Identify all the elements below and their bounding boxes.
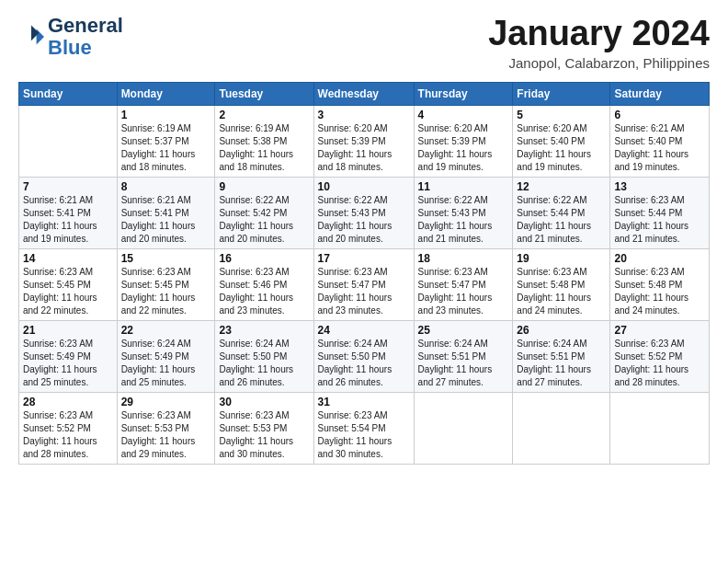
day-info: Sunrise: 6:20 AM Sunset: 5:39 PM Dayligh…: [318, 122, 410, 174]
day-number: 8: [121, 180, 211, 193]
day-number: 25: [418, 324, 509, 337]
header-wednesday: Wednesday: [313, 82, 414, 105]
day-info: Sunrise: 6:23 AM Sunset: 5:44 PM Dayligh…: [614, 194, 705, 246]
week-row-5: 28Sunrise: 6:23 AM Sunset: 5:52 PM Dayli…: [19, 392, 710, 464]
calendar-cell: 11Sunrise: 6:22 AM Sunset: 5:43 PM Dayli…: [414, 177, 513, 248]
calendar-cell: [414, 392, 513, 464]
day-number: 10: [318, 180, 410, 193]
calendar-cell: 27Sunrise: 6:23 AM Sunset: 5:52 PM Dayli…: [610, 320, 710, 392]
day-number: 30: [219, 396, 309, 408]
calendar-cell: 24Sunrise: 6:24 AM Sunset: 5:50 PM Dayli…: [313, 320, 414, 392]
day-info: Sunrise: 6:23 AM Sunset: 5:48 PM Dayligh…: [614, 266, 705, 317]
calendar-cell: 10Sunrise: 6:22 AM Sunset: 5:43 PM Dayli…: [313, 177, 414, 248]
calendar-cell: 8Sunrise: 6:21 AM Sunset: 5:41 PM Daylig…: [117, 177, 215, 248]
day-info: Sunrise: 6:24 AM Sunset: 5:50 PM Dayligh…: [318, 338, 410, 389]
calendar-cell: 22Sunrise: 6:24 AM Sunset: 5:49 PM Dayli…: [117, 320, 215, 392]
day-number: 2: [219, 109, 309, 121]
header-monday: Monday: [117, 82, 215, 105]
calendar-cell: 6Sunrise: 6:21 AM Sunset: 5:40 PM Daylig…: [610, 105, 710, 177]
calendar-cell: 13Sunrise: 6:23 AM Sunset: 5:44 PM Dayli…: [610, 177, 710, 248]
day-info: Sunrise: 6:20 AM Sunset: 5:40 PM Dayligh…: [517, 122, 606, 174]
day-info: Sunrise: 6:23 AM Sunset: 5:47 PM Dayligh…: [418, 266, 509, 317]
day-number: 15: [121, 252, 211, 265]
day-number: 13: [614, 180, 705, 193]
page: General Blue January 2024 Janopol, Calab…: [0, 0, 728, 563]
header-sunday: Sunday: [19, 82, 118, 105]
week-row-4: 21Sunrise: 6:23 AM Sunset: 5:49 PM Dayli…: [19, 320, 710, 392]
day-info: Sunrise: 6:22 AM Sunset: 5:42 PM Dayligh…: [219, 194, 309, 246]
title-block: January 2024 Janopol, Calabarzon, Philip…: [488, 15, 710, 71]
calendar-cell: 31Sunrise: 6:23 AM Sunset: 5:54 PM Dayli…: [313, 392, 414, 464]
day-number: 7: [23, 180, 113, 193]
day-number: 22: [121, 324, 211, 337]
calendar-cell: 16Sunrise: 6:23 AM Sunset: 5:46 PM Dayli…: [215, 248, 313, 320]
day-info: Sunrise: 6:23 AM Sunset: 5:47 PM Dayligh…: [318, 266, 410, 317]
day-info: Sunrise: 6:21 AM Sunset: 5:41 PM Dayligh…: [121, 194, 211, 246]
calendar-cell: 14Sunrise: 6:23 AM Sunset: 5:45 PM Dayli…: [19, 248, 118, 320]
location-subtitle: Janopol, Calabarzon, Philippines: [488, 55, 710, 71]
calendar-cell: 1Sunrise: 6:19 AM Sunset: 5:37 PM Daylig…: [117, 105, 215, 177]
calendar-cell: 7Sunrise: 6:21 AM Sunset: 5:41 PM Daylig…: [19, 177, 118, 248]
calendar-cell: [610, 392, 710, 464]
calendar-cell: 18Sunrise: 6:23 AM Sunset: 5:47 PM Dayli…: [414, 248, 513, 320]
day-number: 26: [517, 324, 606, 337]
week-row-2: 7Sunrise: 6:21 AM Sunset: 5:41 PM Daylig…: [19, 177, 710, 248]
day-info: Sunrise: 6:22 AM Sunset: 5:43 PM Dayligh…: [418, 194, 509, 246]
day-info: Sunrise: 6:24 AM Sunset: 5:51 PM Dayligh…: [418, 338, 509, 389]
calendar-cell: 4Sunrise: 6:20 AM Sunset: 5:39 PM Daylig…: [414, 105, 513, 177]
calendar-cell: 23Sunrise: 6:24 AM Sunset: 5:50 PM Dayli…: [215, 320, 313, 392]
header-friday: Friday: [513, 82, 610, 105]
day-info: Sunrise: 6:23 AM Sunset: 5:48 PM Dayligh…: [517, 266, 606, 317]
day-number: 14: [23, 252, 113, 265]
day-info: Sunrise: 6:23 AM Sunset: 5:52 PM Dayligh…: [23, 409, 113, 461]
day-info: Sunrise: 6:23 AM Sunset: 5:54 PM Dayligh…: [318, 409, 410, 461]
week-row-3: 14Sunrise: 6:23 AM Sunset: 5:45 PM Dayli…: [19, 248, 710, 320]
calendar-cell: 28Sunrise: 6:23 AM Sunset: 5:52 PM Dayli…: [19, 392, 118, 464]
day-number: 24: [318, 324, 410, 337]
day-info: Sunrise: 6:24 AM Sunset: 5:50 PM Dayligh…: [219, 338, 309, 389]
month-title: January 2024: [488, 15, 710, 53]
day-info: Sunrise: 6:23 AM Sunset: 5:45 PM Dayligh…: [23, 266, 113, 317]
week-row-1: 1Sunrise: 6:19 AM Sunset: 5:37 PM Daylig…: [19, 105, 710, 177]
day-number: 23: [219, 324, 309, 337]
day-info: Sunrise: 6:23 AM Sunset: 5:45 PM Dayligh…: [121, 266, 211, 317]
svg-marker-0: [37, 29, 44, 45]
logo-icon: [18, 24, 44, 50]
day-number: 27: [614, 324, 705, 337]
calendar-table: Sunday Monday Tuesday Wednesday Thursday…: [18, 82, 710, 465]
day-info: Sunrise: 6:22 AM Sunset: 5:43 PM Dayligh…: [318, 194, 410, 246]
day-info: Sunrise: 6:19 AM Sunset: 5:37 PM Dayligh…: [121, 122, 211, 174]
calendar-cell: 29Sunrise: 6:23 AM Sunset: 5:53 PM Dayli…: [117, 392, 215, 464]
day-number: 1: [121, 109, 211, 121]
calendar-cell: 26Sunrise: 6:24 AM Sunset: 5:51 PM Dayli…: [513, 320, 610, 392]
calendar-cell: 9Sunrise: 6:22 AM Sunset: 5:42 PM Daylig…: [215, 177, 313, 248]
header: General Blue January 2024 Janopol, Calab…: [18, 15, 710, 71]
day-info: Sunrise: 6:21 AM Sunset: 5:40 PM Dayligh…: [614, 122, 705, 174]
calendar-cell: 20Sunrise: 6:23 AM Sunset: 5:48 PM Dayli…: [610, 248, 710, 320]
calendar-cell: [19, 105, 118, 177]
calendar-cell: 5Sunrise: 6:20 AM Sunset: 5:40 PM Daylig…: [513, 105, 610, 177]
day-info: Sunrise: 6:23 AM Sunset: 5:46 PM Dayligh…: [219, 266, 309, 317]
day-number: 29: [121, 396, 211, 408]
day-number: 21: [23, 324, 113, 337]
day-number: 18: [418, 252, 509, 265]
calendar-cell: 17Sunrise: 6:23 AM Sunset: 5:47 PM Dayli…: [313, 248, 414, 320]
header-thursday: Thursday: [414, 82, 513, 105]
calendar-cell: 3Sunrise: 6:20 AM Sunset: 5:39 PM Daylig…: [313, 105, 414, 177]
calendar-cell: 19Sunrise: 6:23 AM Sunset: 5:48 PM Dayli…: [513, 248, 610, 320]
day-info: Sunrise: 6:23 AM Sunset: 5:52 PM Dayligh…: [614, 338, 705, 389]
day-number: 11: [418, 180, 509, 193]
day-info: Sunrise: 6:19 AM Sunset: 5:38 PM Dayligh…: [219, 122, 309, 174]
day-number: 5: [517, 109, 606, 121]
day-number: 31: [318, 396, 410, 408]
header-saturday: Saturday: [610, 82, 710, 105]
calendar-cell: [513, 392, 610, 464]
day-info: Sunrise: 6:21 AM Sunset: 5:41 PM Dayligh…: [23, 194, 113, 246]
calendar-cell: 25Sunrise: 6:24 AM Sunset: 5:51 PM Dayli…: [414, 320, 513, 392]
day-info: Sunrise: 6:22 AM Sunset: 5:44 PM Dayligh…: [517, 194, 606, 246]
day-number: 4: [418, 109, 509, 121]
logo: General Blue: [18, 15, 123, 59]
calendar-cell: 30Sunrise: 6:23 AM Sunset: 5:53 PM Dayli…: [215, 392, 313, 464]
day-info: Sunrise: 6:23 AM Sunset: 5:53 PM Dayligh…: [121, 409, 211, 461]
day-info: Sunrise: 6:24 AM Sunset: 5:49 PM Dayligh…: [121, 338, 211, 389]
